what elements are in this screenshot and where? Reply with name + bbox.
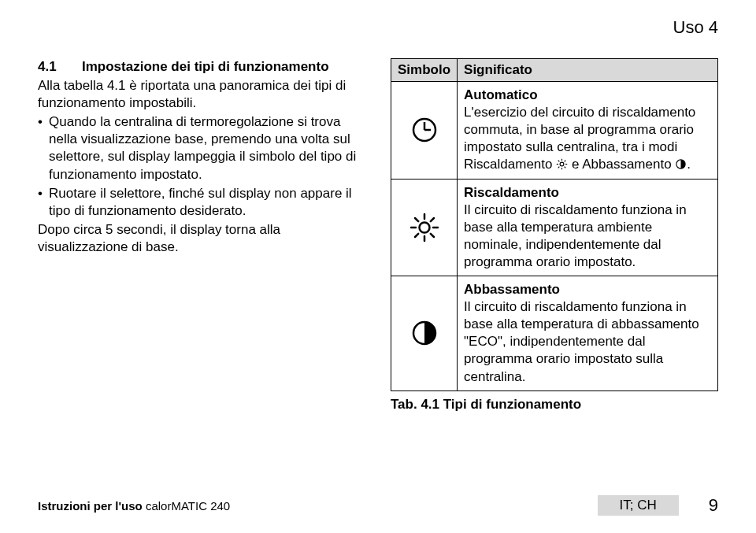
section-intro: Alla tabella 4.1 è riportata una panoram… xyxy=(38,77,365,112)
meaning-riscaldamento: Riscaldamento Il circuito di riscaldamen… xyxy=(458,179,718,276)
moon-icon xyxy=(391,276,458,391)
col-header-simbolo: Simbolo xyxy=(391,59,458,82)
header-section-label: Uso 4 xyxy=(673,17,718,38)
svg-line-10 xyxy=(565,161,566,162)
page-footer: Istruzioni per l'uso calorMATIC 240 IT; … xyxy=(38,495,718,516)
instruction-list: Quando la centralina di termoregolazione… xyxy=(38,113,365,220)
list-item: Quando la centralina di termoregolazione… xyxy=(49,113,365,183)
svg-line-9 xyxy=(565,167,566,168)
section-after-text: Dopo circa 5 secondi, il display torna a… xyxy=(38,221,365,256)
row-title: Abbassamento xyxy=(464,282,560,297)
table-row: Riscaldamento Il circuito di riscaldamen… xyxy=(391,179,718,276)
footer-title-normal: calorMATIC 240 xyxy=(143,499,230,513)
table-row: Automatico L'esercizio del circuito di r… xyxy=(391,82,718,179)
svg-line-18 xyxy=(415,218,418,221)
footer-title-bold: Istruzioni per l'uso xyxy=(38,499,143,513)
meaning-abbassamento: Abbassamento Il circuito di riscaldament… xyxy=(458,276,718,391)
page-number: 9 xyxy=(709,495,718,516)
table-caption: Tab. 4.1 Tipi di funzionamento xyxy=(391,396,718,413)
section-number: 4.1 xyxy=(38,58,82,76)
row-title: Riscaldamento xyxy=(464,185,559,200)
row-text: Il circuito di riscaldamento funziona in… xyxy=(464,202,687,269)
footer-left: Istruzioni per l'uso calorMATIC 240 xyxy=(38,499,598,513)
row-text-3: . xyxy=(687,157,691,172)
sun-icon xyxy=(556,158,568,170)
row-text-2: e Abbassamento xyxy=(568,157,675,172)
svg-line-20 xyxy=(430,218,433,221)
footer-locale-tag: IT; CH xyxy=(598,495,679,516)
row-text: Il circuito di riscaldamento funziona in… xyxy=(464,299,699,383)
svg-point-3 xyxy=(560,163,564,167)
svg-line-21 xyxy=(415,234,418,237)
left-column: 4.1 Impostazione dei tipi di funzionamen… xyxy=(38,58,365,413)
col-header-significato: Significato xyxy=(458,59,718,82)
svg-point-13 xyxy=(419,222,429,232)
svg-line-11 xyxy=(558,167,560,168)
right-column: Simbolo Significato Automatico L'eserciz… xyxy=(391,58,718,413)
svg-line-19 xyxy=(430,234,433,237)
clock-icon xyxy=(391,82,458,179)
symbol-table: Simbolo Significato Automatico L'eserciz… xyxy=(391,58,718,391)
table-header-row: Simbolo Significato xyxy=(391,59,718,82)
list-item: Ruotare il selettore, finché sul display… xyxy=(49,185,365,220)
table-row: Abbassamento Il circuito di riscaldament… xyxy=(391,276,718,391)
section-heading: 4.1 Impostazione dei tipi di funzionamen… xyxy=(38,58,365,76)
content-columns: 4.1 Impostazione dei tipi di funzionamen… xyxy=(38,58,718,413)
svg-line-8 xyxy=(558,161,560,162)
meaning-automatico: Automatico L'esercizio del circuito di r… xyxy=(458,82,718,179)
sun-icon xyxy=(391,179,458,276)
row-title: Automatico xyxy=(464,87,538,102)
section-title: Impostazione dei tipi di funzionamento xyxy=(82,58,365,76)
moon-icon xyxy=(675,158,687,170)
